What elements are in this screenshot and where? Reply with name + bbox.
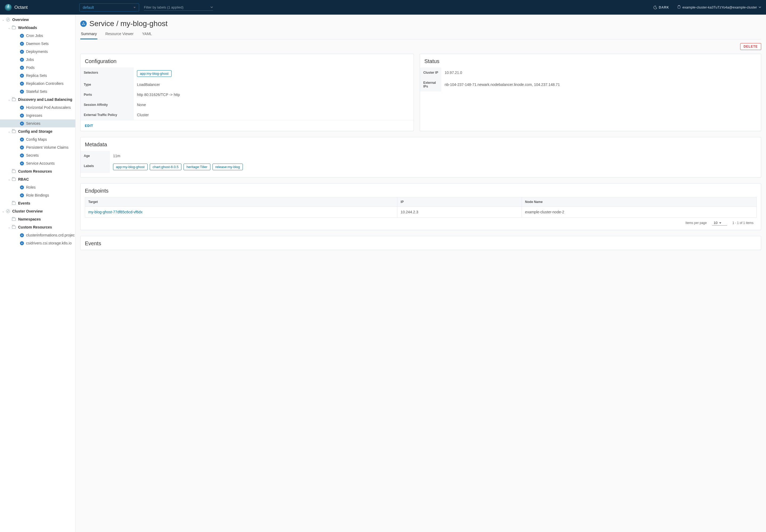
label-chip[interactable]: release:my-blog (213, 164, 243, 170)
th-ip[interactable]: IP (397, 197, 522, 207)
app-logo-icon (5, 4, 12, 11)
nav-label: Role Bindings (26, 193, 49, 197)
folder-icon (11, 170, 16, 173)
sidebar-item-overview[interactable]: ⌄ Overview (0, 16, 75, 24)
sidebar-item-replica-sets[interactable]: ⎈Replica Sets (0, 72, 75, 80)
page-title: Service / my-blog-ghost (89, 19, 168, 28)
compass-icon (5, 209, 11, 213)
kv-key-selectors: Selectors (81, 68, 134, 80)
nav-label: Namespaces (18, 217, 41, 221)
sidebar-item-roles[interactable]: ⎈Roles (0, 183, 75, 191)
pagination-range: 1 - 1 of 1 items (732, 221, 753, 225)
sidebar-item-services[interactable]: ⎈Services (0, 119, 75, 127)
nav-label: clusterinformations.crd.projec (26, 233, 75, 237)
nav-label: csidrivers.csi.storage.k8s.io (26, 241, 72, 245)
nav-label: Deployments (26, 49, 48, 54)
items-per-page-select[interactable]: 10 (712, 220, 727, 226)
resource-icon: ⎈ (19, 233, 24, 237)
chevron-down-icon: ⌄ (7, 178, 11, 181)
sidebar-item-csidrivers-csi-storage-k8s-io[interactable]: ⎈csidrivers.csi.storage.k8s.io (0, 239, 75, 247)
kv-key-affinity: Session Affinity (81, 100, 134, 110)
label-chip[interactable]: app:my-blog-ghost (113, 164, 148, 170)
sidebar-item-rbac[interactable]: ⌄ RBAC (0, 175, 75, 183)
status-cluster-ip: 10.97.21.0 (441, 68, 761, 78)
label-chip[interactable]: heritage:Tiller (184, 164, 210, 170)
kv-key-clusterip: Cluster IP (420, 68, 441, 78)
card-title: Configuration (81, 54, 414, 68)
resource-icon: ⎈ (19, 58, 24, 62)
resource-icon: ⎈ (19, 122, 24, 126)
sidebar-item-role-bindings[interactable]: ⎈Role Bindings (0, 191, 75, 199)
sidebar-item-workloads[interactable]: ⌄ Workloads (0, 24, 75, 32)
sidebar-item-config[interactable]: ⌄ Config and Storage (0, 127, 75, 135)
nav-label: Cluster Overview (12, 209, 43, 213)
resource-icon: ⎈ (19, 66, 24, 70)
context-select[interactable]: example-cluster-ka3TuTzYo4a@example-clus… (677, 5, 761, 10)
nav-label: Replication Controllers (26, 81, 64, 86)
theme-toggle[interactable]: DARK (653, 6, 669, 9)
sidebar-item-namespaces[interactable]: › Namespaces (0, 215, 75, 223)
endpoint-target[interactable]: my-blog-ghost-77df85c6cd-vf6dx (85, 207, 397, 218)
service-icon (80, 20, 87, 27)
sidebar-item-persistent-volume-claims[interactable]: ⎈Persistent Volume Claims (0, 143, 75, 151)
sidebar-item-custom-resources[interactable]: › Custom Resources (0, 167, 75, 175)
resource-icon: ⎈ (19, 146, 24, 149)
sidebar-item-cluster-overview[interactable]: ⌄ Cluster Overview (0, 207, 75, 215)
resource-icon: ⎈ (19, 193, 24, 197)
actions-row: DELETE (80, 43, 761, 50)
sidebar-item-daemon-sets[interactable]: ⎈Daemon Sets (0, 40, 75, 48)
nav-label: RBAC (18, 177, 29, 181)
sidebar: ⌄ Overview ⌄ Workloads ⎈Cron Jobs⎈Daemon… (0, 15, 76, 532)
th-node[interactable]: Node Name (522, 197, 757, 207)
tabs: Summary Resource Viewer YAML (80, 30, 761, 39)
kv-key-policy: External Traffic Policy (81, 110, 134, 120)
chevron-down-icon: ⌄ (7, 98, 11, 101)
namespace-select[interactable]: default (79, 3, 139, 11)
tab-summary[interactable]: Summary (80, 30, 97, 39)
tab-yaml[interactable]: YAML (141, 30, 152, 39)
sidebar-item-horizontal-pod-autoscalers[interactable]: ⎈Horizontal Pod Autoscalers (0, 103, 75, 111)
logo-block: Octant (5, 4, 79, 11)
folder-icon (11, 178, 16, 181)
delete-button[interactable]: DELETE (740, 43, 761, 50)
chevron-down-icon (759, 5, 761, 9)
resource-icon: ⎈ (19, 82, 24, 86)
chevron-down-icon: ⌄ (7, 226, 11, 229)
nav-label: Secrets (26, 153, 39, 157)
sidebar-item-ingresses[interactable]: ⎈Ingresses (0, 111, 75, 119)
edit-button[interactable]: EDIT (85, 124, 93, 128)
page-title-row: Service / my-blog-ghost (80, 19, 761, 28)
sidebar-item-replication-controllers[interactable]: ⎈Replication Controllers (0, 80, 75, 88)
filter-label: Filter by labels (1 applied) (144, 5, 184, 9)
sidebar-item-clusterinformations-crd-projec[interactable]: ⎈clusterinformations.crd.projec (0, 231, 75, 239)
sidebar-item-service-accounts[interactable]: ⎈Service Accounts (0, 159, 75, 167)
th-target[interactable]: Target (85, 197, 397, 207)
resource-icon: ⎈ (19, 185, 24, 189)
sidebar-item-cluster-custom-resources[interactable]: ⌄ Custom Resources (0, 223, 75, 231)
folder-icon (11, 226, 16, 229)
selector-chip[interactable]: app:my-blog-ghost (137, 70, 172, 77)
sidebar-item-deployments[interactable]: ⎈Deployments (0, 48, 75, 56)
folder-icon (11, 202, 16, 205)
label-filter[interactable]: Filter by labels (1 applied) (144, 4, 213, 11)
chevron-down-icon: ⌄ (7, 130, 11, 133)
sidebar-item-discovery[interactable]: ⌄ Discovery and Load Balancing (0, 95, 75, 103)
sidebar-item-pods[interactable]: ⎈Pods (0, 64, 75, 72)
sidebar-item-secrets[interactable]: ⎈Secrets (0, 151, 75, 159)
kv-key-externalips: External IPs (420, 78, 441, 92)
folder-icon (11, 26, 16, 29)
nav-label: Persistent Volume Claims (26, 145, 69, 149)
sidebar-item-cron-jobs[interactable]: ⎈Cron Jobs (0, 32, 75, 40)
folder-icon (11, 218, 16, 221)
kv-key-type: Type (81, 80, 134, 90)
moon-icon (653, 6, 657, 9)
nav-label: Ingresses (26, 113, 42, 118)
nav-label: Custom Resources (18, 225, 52, 229)
sidebar-item-events[interactable]: › Events (0, 199, 75, 207)
sidebar-item-jobs[interactable]: ⎈Jobs (0, 56, 75, 64)
app-header: Octant default Filter by labels (1 appli… (0, 0, 766, 15)
sidebar-item-config-maps[interactable]: ⎈Config Maps (0, 135, 75, 143)
label-chip[interactable]: chart:ghost-8.0.5 (150, 164, 182, 170)
sidebar-item-stateful-sets[interactable]: ⎈Stateful Sets (0, 88, 75, 95)
tab-resource-viewer[interactable]: Resource Viewer (105, 30, 134, 39)
